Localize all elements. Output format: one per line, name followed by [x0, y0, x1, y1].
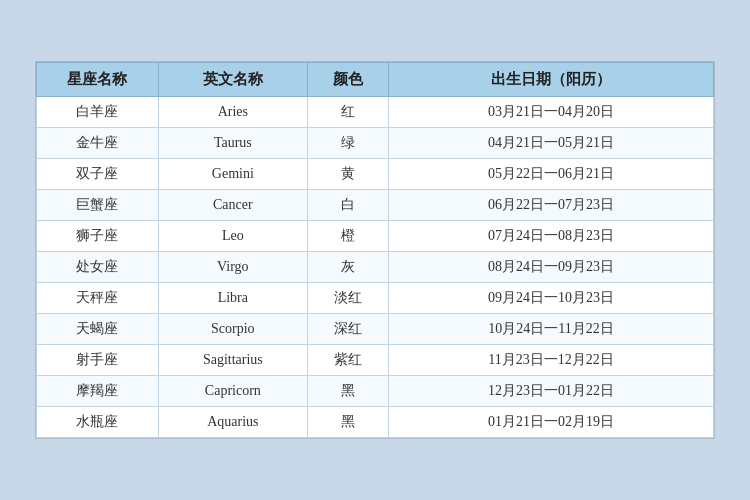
header-chinese-name: 星座名称	[37, 63, 159, 97]
table-row: 白羊座Aries红03月21日一04月20日	[37, 97, 714, 128]
header-date: 出生日期（阳历）	[389, 63, 714, 97]
cell-row8-col3: 11月23日一12月22日	[389, 345, 714, 376]
cell-row8-col2: 紫红	[307, 345, 388, 376]
cell-row6-col0: 天秤座	[37, 283, 159, 314]
cell-row8-col1: Sagittarius	[158, 345, 307, 376]
cell-row0-col1: Aries	[158, 97, 307, 128]
cell-row2-col1: Gemini	[158, 159, 307, 190]
cell-row9-col1: Capricorn	[158, 376, 307, 407]
header-english-name: 英文名称	[158, 63, 307, 97]
cell-row1-col0: 金牛座	[37, 128, 159, 159]
zodiac-table: 星座名称 英文名称 颜色 出生日期（阳历） 白羊座Aries红03月21日一04…	[36, 62, 714, 438]
cell-row0-col2: 红	[307, 97, 388, 128]
table-row: 双子座Gemini黄05月22日一06月21日	[37, 159, 714, 190]
cell-row10-col2: 黑	[307, 407, 388, 438]
table-row: 处女座Virgo灰08月24日一09月23日	[37, 252, 714, 283]
cell-row3-col0: 巨蟹座	[37, 190, 159, 221]
cell-row1-col2: 绿	[307, 128, 388, 159]
table-row: 射手座Sagittarius紫红11月23日一12月22日	[37, 345, 714, 376]
cell-row7-col2: 深红	[307, 314, 388, 345]
cell-row7-col0: 天蝎座	[37, 314, 159, 345]
zodiac-table-container: 星座名称 英文名称 颜色 出生日期（阳历） 白羊座Aries红03月21日一04…	[35, 61, 715, 439]
cell-row3-col1: Cancer	[158, 190, 307, 221]
cell-row5-col1: Virgo	[158, 252, 307, 283]
cell-row8-col0: 射手座	[37, 345, 159, 376]
cell-row9-col2: 黑	[307, 376, 388, 407]
cell-row4-col0: 狮子座	[37, 221, 159, 252]
cell-row10-col1: Aquarius	[158, 407, 307, 438]
cell-row7-col1: Scorpio	[158, 314, 307, 345]
cell-row6-col3: 09月24日一10月23日	[389, 283, 714, 314]
cell-row1-col3: 04月21日一05月21日	[389, 128, 714, 159]
cell-row2-col0: 双子座	[37, 159, 159, 190]
cell-row1-col1: Taurus	[158, 128, 307, 159]
cell-row6-col2: 淡红	[307, 283, 388, 314]
table-row: 水瓶座Aquarius黑01月21日一02月19日	[37, 407, 714, 438]
cell-row9-col3: 12月23日一01月22日	[389, 376, 714, 407]
cell-row2-col2: 黄	[307, 159, 388, 190]
cell-row9-col0: 摩羯座	[37, 376, 159, 407]
table-row: 狮子座Leo橙07月24日一08月23日	[37, 221, 714, 252]
cell-row7-col3: 10月24日一11月22日	[389, 314, 714, 345]
cell-row6-col1: Libra	[158, 283, 307, 314]
cell-row10-col3: 01月21日一02月19日	[389, 407, 714, 438]
cell-row3-col3: 06月22日一07月23日	[389, 190, 714, 221]
header-color: 颜色	[307, 63, 388, 97]
cell-row3-col2: 白	[307, 190, 388, 221]
table-row: 金牛座Taurus绿04月21日一05月21日	[37, 128, 714, 159]
cell-row5-col0: 处女座	[37, 252, 159, 283]
cell-row4-col3: 07月24日一08月23日	[389, 221, 714, 252]
cell-row2-col3: 05月22日一06月21日	[389, 159, 714, 190]
cell-row4-col2: 橙	[307, 221, 388, 252]
table-row: 天蝎座Scorpio深红10月24日一11月22日	[37, 314, 714, 345]
cell-row10-col0: 水瓶座	[37, 407, 159, 438]
table-row: 天秤座Libra淡红09月24日一10月23日	[37, 283, 714, 314]
cell-row5-col3: 08月24日一09月23日	[389, 252, 714, 283]
table-header-row: 星座名称 英文名称 颜色 出生日期（阳历）	[37, 63, 714, 97]
table-body: 白羊座Aries红03月21日一04月20日金牛座Taurus绿04月21日一0…	[37, 97, 714, 438]
cell-row5-col2: 灰	[307, 252, 388, 283]
table-row: 巨蟹座Cancer白06月22日一07月23日	[37, 190, 714, 221]
table-row: 摩羯座Capricorn黑12月23日一01月22日	[37, 376, 714, 407]
cell-row4-col1: Leo	[158, 221, 307, 252]
cell-row0-col3: 03月21日一04月20日	[389, 97, 714, 128]
cell-row0-col0: 白羊座	[37, 97, 159, 128]
